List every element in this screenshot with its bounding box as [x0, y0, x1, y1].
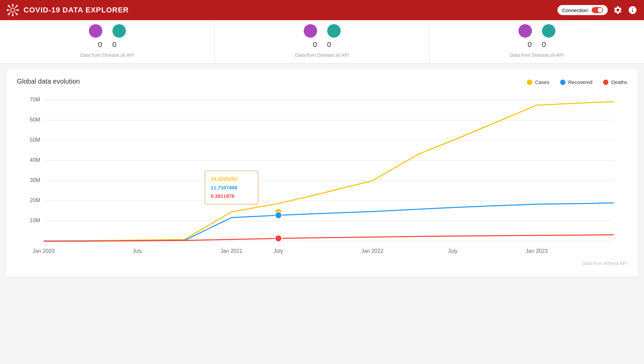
- header-right: Connection:: [557, 5, 637, 15]
- svg-text:July: July: [448, 248, 457, 254]
- chart-footer: Data from Athena API: [17, 261, 627, 266]
- card-1-dot-teal: [112, 24, 126, 38]
- chart-title: Global data evolution: [17, 78, 80, 85]
- legend-deaths: Deaths: [603, 79, 627, 85]
- gear-icon: [613, 5, 623, 15]
- svg-text:Jan 2022: Jan 2022: [361, 248, 384, 254]
- card-3-zeros: 0 0: [528, 40, 546, 49]
- svg-point-1: [11, 8, 14, 12]
- chart-container: 70M 60M 50M 40M 30M 20M 10M Jan 2020 Jul…: [17, 93, 627, 258]
- card-2-val2: 0: [327, 40, 331, 49]
- svg-point-10: [12, 4, 14, 6]
- legend-cases-dot: [527, 80, 532, 85]
- card-2-icons: [304, 24, 341, 38]
- card-1-val2: 0: [112, 40, 116, 49]
- legend-recovered-label: Recovered: [568, 79, 593, 85]
- svg-text:50M: 50M: [30, 137, 40, 143]
- connection-button[interactable]: Connection:: [557, 5, 608, 15]
- card-1-zeros: 0 0: [98, 40, 116, 49]
- svg-text:Jan 2021: Jan 2021: [220, 248, 243, 254]
- svg-point-11: [12, 15, 14, 16]
- card-2-dot-purple: [304, 24, 317, 38]
- svg-point-13: [17, 9, 19, 11]
- card-2-dot-teal: [327, 24, 341, 38]
- chart-legend: Cases Recovered Deaths: [527, 79, 627, 85]
- tooltip-deaths-value: 0.3911876: [211, 192, 252, 200]
- svg-text:70M: 70M: [30, 97, 40, 102]
- svg-text:July: July: [133, 248, 142, 254]
- card-1-icons: [89, 24, 126, 38]
- card-3-val2: 0: [542, 40, 546, 49]
- svg-text:Jan 2020: Jan 2020: [33, 248, 55, 254]
- connection-label: Connection:: [562, 7, 589, 13]
- cards-row: 0 0 Data from Disease.sh API 0 0 Data fr…: [0, 20, 644, 63]
- svg-point-12: [7, 9, 8, 11]
- svg-text:30M: 30M: [30, 177, 40, 183]
- card-1: 0 0 Data from Disease.sh API: [0, 20, 215, 63]
- covid-logo-icon: [7, 4, 19, 16]
- svg-point-15: [16, 13, 18, 15]
- card-2: 0 0 Data from Disease.sh API: [215, 20, 430, 63]
- svg-text:20M: 20M: [30, 197, 40, 203]
- cases-line: [44, 102, 614, 241]
- chart-svg: 70M 60M 50M 40M 30M 20M 10M Jan 2020 Jul…: [17, 93, 627, 258]
- tooltip-deaths-dot: [275, 235, 282, 242]
- card-2-zeros: 0 0: [313, 40, 331, 49]
- card-1-dot-purple: [89, 24, 102, 38]
- card-2-source: Data from Disease.sh API: [295, 52, 349, 58]
- card-1-source: Data from Disease.sh API: [80, 52, 134, 58]
- legend-cases: Cases: [527, 79, 549, 85]
- card-3-dot-teal: [542, 24, 555, 38]
- settings-button[interactable]: [613, 5, 623, 15]
- app-title: COVID-19 DATA EXPLORER: [23, 6, 129, 14]
- card-2-val1: 0: [313, 40, 317, 49]
- header-left: COVID-19 DATA EXPLORER: [7, 4, 129, 16]
- app-header: COVID-19 DATA EXPLORER Connection:: [0, 0, 644, 20]
- card-3-icons: [518, 24, 555, 38]
- tooltip-box: 14.5220252 11.7107408 0.3911876: [205, 171, 258, 204]
- legend-deaths-dot: [603, 80, 608, 85]
- svg-text:60M: 60M: [30, 117, 40, 123]
- info-button[interactable]: [628, 5, 637, 15]
- svg-point-16: [16, 5, 18, 7]
- card-3-dot-purple: [518, 24, 532, 38]
- legend-cases-label: Cases: [535, 79, 549, 85]
- legend-recovered: Recovered: [560, 79, 593, 85]
- connection-toggle[interactable]: [592, 7, 603, 13]
- tooltip-recovered-value: 11.7107408: [211, 183, 252, 192]
- svg-text:Jan 2023: Jan 2023: [526, 248, 548, 254]
- tooltip-recovered-dot: [275, 212, 282, 219]
- card-3-source: Data from Disease.sh API: [510, 52, 563, 58]
- info-icon: [628, 5, 637, 15]
- svg-point-14: [8, 5, 9, 7]
- legend-recovered-dot: [560, 80, 565, 85]
- svg-text:July: July: [274, 248, 283, 254]
- card-3: 0 0 Data from Disease.sh API: [430, 20, 644, 63]
- legend-deaths-label: Deaths: [611, 79, 627, 85]
- svg-text:10M: 10M: [30, 218, 40, 223]
- chart-section: Global data evolution Cases Recovered De…: [6, 70, 638, 277]
- svg-point-17: [8, 13, 9, 15]
- card-1-val1: 0: [98, 40, 102, 49]
- tooltip-cases-value: 14.5220252: [211, 175, 252, 183]
- card-3-val1: 0: [528, 40, 532, 49]
- svg-text:40M: 40M: [30, 157, 40, 163]
